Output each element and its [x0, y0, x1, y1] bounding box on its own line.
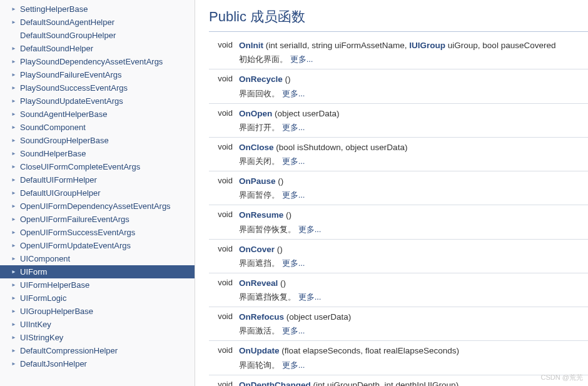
sidebar-item-defaultuigrouphelper[interactable]: ►DefaultUIGroupHelper: [0, 186, 195, 200]
section-title: Public 成员函数: [209, 8, 588, 32]
signature-params: (): [283, 74, 291, 84]
tree-arrow-icon: ►: [11, 243, 18, 248]
signature-params: (bool isShutdown, object userData): [274, 143, 408, 152]
more-link[interactable]: 更多...: [282, 156, 305, 166]
more-link[interactable]: 更多...: [282, 89, 305, 98]
return-type: void: [209, 108, 239, 133]
function-row: voidOnPause ()界面暂停。 更多...: [209, 171, 588, 205]
sidebar-item-openuiformsuccesseventargs[interactable]: ►OpenUIFormSuccessEventArgs: [0, 226, 195, 239]
tree-arrow-icon: ►: [11, 72, 18, 78]
tree-arrow-icon: ►: [11, 98, 18, 104]
sidebar-item-uistringkey[interactable]: ►UIStringKey: [0, 331, 195, 344]
tree-arrow-icon: ►: [11, 361, 18, 367]
sidebar-item-label: UIGroupHelperBase: [20, 307, 93, 316]
sidebar-item-uiformlogic[interactable]: ►UIFormLogic: [0, 292, 195, 305]
function-body: OnOpen (object userData)界面打开。 更多...: [239, 108, 588, 133]
tree-arrow-icon: ►: [11, 322, 18, 327]
sidebar-item-label: UIForm: [20, 267, 47, 277]
function-name-link[interactable]: OnResume: [239, 210, 283, 220]
more-link[interactable]: 更多...: [298, 225, 322, 234]
sidebar-item-playsounddependencyasseteventargs[interactable]: ►PlaySoundDependencyAssetEventArgs: [0, 55, 195, 68]
function-row: voidOnReveal ()界面遮挡恢复。 更多...: [209, 273, 588, 307]
sidebar-item-openuiformupdateeventargs[interactable]: ►OpenUIFormUpdateEventArgs: [0, 239, 195, 252]
sidebar-item-label: UIFormHelperBase: [20, 280, 89, 290]
sidebar-item-uicomponent[interactable]: ►UIComponent: [0, 252, 195, 265]
function-row: voidOnClose (bool isShutdown, object use…: [209, 138, 588, 171]
sidebar-item-openuiformfailureeventargs[interactable]: ►OpenUIFormFailureEventArgs: [0, 213, 195, 226]
function-name-link[interactable]: OnRecycle: [239, 74, 283, 84]
sidebar-item-uiform[interactable]: ►UIForm: [0, 265, 195, 278]
more-link[interactable]: 更多...: [282, 360, 305, 370]
function-name-link[interactable]: OnOpen: [239, 109, 272, 118]
sidebar-item-uiintkey[interactable]: ►UIIntKey: [0, 318, 195, 331]
function-row: voidOnRefocus (object userData)界面激活。 更多.…: [209, 307, 588, 341]
more-link[interactable]: 更多...: [282, 258, 305, 268]
function-signature: OnCover (): [239, 243, 588, 256]
function-row: voidOnOpen (object userData)界面打开。 更多...: [209, 104, 588, 138]
sidebar-item-openuiformdependencyasseteventargs[interactable]: ►OpenUIFormDependencyAssetEventArgs: [0, 200, 195, 213]
signature-params: (int uiGroupDepth, int depthInUIGroup): [311, 380, 459, 387]
function-name-link[interactable]: OnCover: [239, 245, 275, 254]
sidebar-item-soundagenthelperbase[interactable]: ►SoundAgentHelperBase: [0, 108, 195, 121]
sidebar-item-closeuiformcompleteeventargs[interactable]: ►CloseUIFormCompleteEventArgs: [0, 160, 195, 173]
tree-arrow-icon: ►: [11, 164, 18, 170]
tree-arrow-icon: ►: [11, 124, 18, 130]
more-link[interactable]: 更多...: [282, 326, 305, 335]
sidebar-item-label: DefaultSoundHelper: [20, 44, 93, 53]
function-signature: OnRefocus (object userData): [239, 311, 588, 323]
sidebar-item-defaultuiformhelper[interactable]: ►DefaultUIFormHelper: [0, 173, 195, 186]
more-link[interactable]: 更多...: [282, 123, 305, 132]
sidebar-item-defaultsoundgrouphelper[interactable]: ►DefaultSoundGroupHelper: [0, 29, 195, 42]
sidebar-item-soundgrouphelperbase[interactable]: ►SoundGroupHelperBase: [0, 134, 195, 147]
function-signature: OnDepthChanged (int uiGroupDepth, int de…: [239, 379, 588, 387]
function-signature: OnInit (int serialId, string uiFormAsset…: [239, 39, 588, 52]
function-description: 界面暂停恢复。 更多...: [239, 224, 588, 235]
sidebar-tree[interactable]: ►SettingHelperBase►DefaultSoundAgentHelp…: [0, 0, 195, 386]
function-signature: OnOpen (object userData): [239, 108, 588, 120]
function-body: OnReveal ()界面遮挡恢复。 更多...: [239, 277, 588, 303]
function-name-link[interactable]: OnPause: [239, 176, 276, 186]
function-name-link[interactable]: OnUpdate: [239, 346, 280, 355]
sidebar-item-soundcomponent[interactable]: ►SoundComponent: [0, 121, 195, 134]
description-text: 界面激活。: [239, 326, 282, 335]
type-link[interactable]: IUIGroup: [409, 41, 445, 50]
more-link[interactable]: 更多...: [290, 54, 313, 64]
function-name-link[interactable]: OnInit: [239, 41, 263, 50]
sidebar-item-soundhelperbase[interactable]: ►SoundHelperBase: [0, 147, 195, 160]
function-description: 界面暂停。 更多...: [239, 190, 588, 201]
sidebar-item-label: PlaySoundDependencyAssetEventArgs: [20, 57, 163, 66]
description-text: 界面遮挡。: [239, 258, 282, 268]
function-description: 界面打开。 更多...: [239, 122, 588, 133]
sidebar-item-label: SoundGroupHelperBase: [20, 136, 109, 145]
sidebar-item-playsoundsuccesseventargs[interactable]: ►PlaySoundSuccessEventArgs: [0, 81, 195, 94]
sidebar-item-label: SoundAgentHelperBase: [20, 109, 108, 119]
more-link[interactable]: 更多...: [298, 292, 322, 302]
tree-arrow-icon: ►: [11, 85, 18, 91]
more-link[interactable]: 更多...: [282, 190, 305, 200]
function-name-link[interactable]: OnRefocus: [239, 312, 284, 322]
sidebar-item-defaultjsonhelper[interactable]: ►DefaultJsonHelper: [0, 357, 195, 370]
function-name-link[interactable]: OnReveal: [239, 278, 278, 288]
sidebar-item-label: SoundComponent: [20, 123, 86, 132]
function-row: voidOnInit (int serialId, string uiFormA…: [209, 36, 588, 69]
return-type: void: [209, 73, 239, 99]
function-name-link[interactable]: OnDepthChanged: [239, 380, 311, 387]
sidebar-item-uiformhelperbase[interactable]: ►UIFormHelperBase: [0, 278, 195, 292]
sidebar-item-playsoundfailureeventargs[interactable]: ►PlaySoundFailureEventArgs: [0, 68, 195, 81]
sidebar-item-label: PlaySoundUpdateEventArgs: [20, 96, 123, 106]
main-content: Public 成员函数 voidOnInit (int serialId, st…: [195, 0, 588, 386]
function-name-link[interactable]: OnClose: [239, 143, 274, 152]
signature-params: (int serialId, string uiFormAssetName,: [263, 41, 409, 50]
sidebar-item-label: DefaultSoundAgentHelper: [20, 18, 114, 27]
sidebar-item-uigrouphelperbase[interactable]: ►UIGroupHelperBase: [0, 305, 195, 318]
function-signature: OnUpdate (float elapseSeconds, float rea…: [239, 345, 588, 357]
sidebar-item-defaultsoundhelper[interactable]: ►DefaultSoundHelper: [0, 42, 195, 55]
function-body: OnUpdate (float elapseSeconds, float rea…: [239, 345, 588, 370]
tree-arrow-icon: ►: [11, 295, 18, 301]
sidebar-item-defaultcompressionhelper[interactable]: ►DefaultCompressionHelper: [0, 344, 195, 357]
sidebar-item-playsoundupdateeventargs[interactable]: ►PlaySoundUpdateEventArgs: [0, 94, 195, 108]
sidebar-item-defaultsoundagenthelper[interactable]: ►DefaultSoundAgentHelper: [0, 16, 195, 29]
tree-arrow-icon: ►: [11, 190, 18, 196]
sidebar-item-settinghelperbase[interactable]: ►SettingHelperBase: [0, 3, 195, 16]
sidebar-item-label: UIFormLogic: [20, 293, 66, 303]
